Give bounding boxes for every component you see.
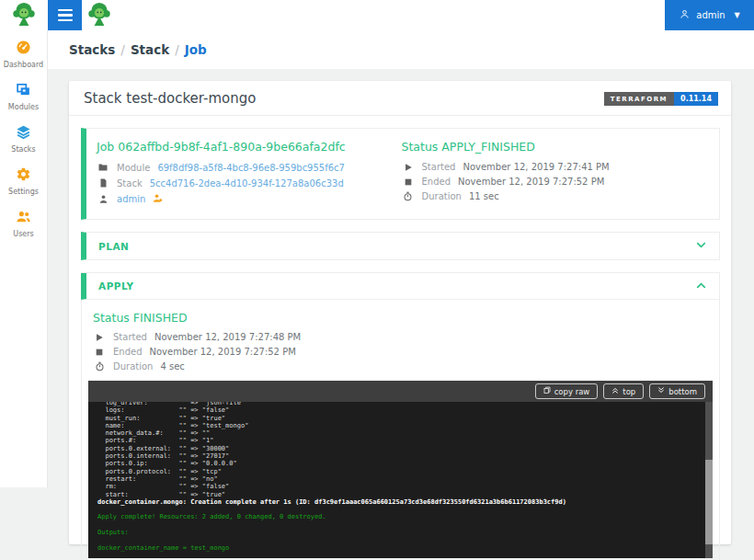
layers-icon	[16, 124, 31, 143]
play-icon	[402, 163, 415, 172]
terminal-body[interactable]: log_driver: "" => "json-file" logs: "" =…	[88, 402, 713, 558]
sidebar-item-users[interactable]: Users	[0, 209, 47, 238]
terminal-output: log_driver: "" => "json-file" logs: "" =…	[88, 402, 713, 552]
job-user-link[interactable]: admin	[117, 194, 145, 204]
started-row: Started November 12, 2019 7:27:41 PM	[402, 162, 707, 172]
terminal-line: ports.0.external: "" => "30000"	[97, 445, 700, 452]
job-title: Job 062affbd-9b8f-4af1-890a-9be66afa2dfc	[97, 140, 402, 154]
terminal-line	[97, 506, 700, 513]
stop-icon	[93, 348, 106, 357]
plan-section: PLAN	[81, 232, 720, 260]
apply-ended-row: Ended November 12, 2019 7:27:52 PM	[93, 347, 713, 357]
breadcrumb-job: Job	[185, 42, 207, 57]
users-icon	[16, 209, 31, 228]
apply-collapse-toggle[interactable]: APPLY	[81, 273, 719, 300]
play-icon	[93, 333, 106, 342]
chevron-down-icon: ▼	[735, 11, 740, 19]
folder-icon	[97, 162, 109, 173]
double-chevron-up-icon	[611, 386, 619, 396]
job-status-title: Status APPLY_FINISHED	[402, 140, 707, 154]
breadcrumb-stacks[interactable]: Stacks	[69, 42, 115, 57]
stopwatch-icon	[402, 191, 415, 201]
terminal-line: start: "" => "true"	[97, 491, 700, 498]
terminal-line: Outputs:	[97, 529, 700, 536]
terraform-version-badge: TERRAFORM 0.11.14	[604, 92, 718, 106]
file-icon	[97, 177, 109, 189]
person-icon	[97, 194, 109, 204]
stack-link[interactable]: 5cc4d716-2dea-4d10-934f-127a8a06c33d	[150, 178, 344, 189]
page-title: Stack test-docker-mongo	[84, 90, 256, 107]
apply-section: APPLY Status FINISHED Started Novemb	[81, 272, 720, 560]
sidebar-item-dashboard[interactable]: Dashboard	[0, 40, 47, 69]
copy-raw-button[interactable]: copy raw	[535, 383, 599, 399]
duration-row: Duration 11 sec	[402, 191, 707, 201]
sidebar-item-label: Settings	[8, 188, 39, 196]
gaia-logo-icon	[12, 2, 36, 29]
ended-row: Ended November 12, 2019 7:27:52 PM	[402, 177, 707, 187]
divider	[69, 115, 731, 116]
sidebar-logo-cell	[0, 0, 48, 30]
scroll-top-button[interactable]: top	[603, 383, 644, 399]
content-area: Stack test-docker-mongo TERRAFORM 0.11.1…	[48, 69, 754, 560]
job-module-row: Module 69f8df98-a5f8-4bc8-96e8-959bc955f…	[97, 162, 402, 173]
chevron-up-icon[interactable]	[695, 278, 707, 295]
job-stack-row: Stack 5cc4d716-2dea-4d10-934f-127a8a06c3…	[97, 177, 402, 189]
apply-status-title: Status FINISHED	[93, 311, 713, 325]
sidebar: Dashboard Modules	[0, 30, 48, 560]
terminal-line: network_data.#: "" => ""	[97, 429, 700, 437]
menu-toggle-button[interactable]	[48, 0, 82, 30]
sidebar-item-settings[interactable]: Settings	[0, 166, 47, 196]
job-user-row: admin	[97, 193, 402, 205]
gear-icon	[16, 166, 31, 186]
terminal: copy raw top	[88, 381, 713, 558]
stop-icon	[402, 177, 415, 187]
breadcrumb-stack[interactable]: Stack	[131, 42, 169, 57]
double-chevron-down-icon	[657, 386, 665, 396]
sidebar-item-stacks[interactable]: Stacks	[0, 124, 47, 154]
user-name: admin	[696, 10, 725, 20]
apply-started-row: Started November 12, 2019 7:27:48 PM	[93, 332, 713, 342]
terminal-line	[97, 536, 700, 543]
admin-user-icon	[153, 193, 163, 205]
terminal-line: ports.0.ip: "" => "0.0.0.0"	[97, 460, 700, 467]
sidebar-item-label: Modules	[8, 103, 39, 111]
sidebar-item-label: Dashboard	[4, 61, 43, 69]
sidebar-item-label: Users	[13, 230, 33, 238]
user-icon	[679, 8, 691, 22]
module-link[interactable]: 69f8df98-a5f8-4bc8-96e8-959bc955f6c7	[157, 163, 345, 173]
sidebar-item-label: Stacks	[11, 145, 35, 154]
hamburger-icon	[58, 9, 73, 12]
terminal-line: logs: "" => "false"	[97, 406, 700, 414]
apply-duration-row: Duration 4 sec	[93, 361, 713, 371]
gaia-logo-link[interactable]	[87, 2, 111, 29]
terminal-scrollbar-thumb[interactable]	[705, 460, 713, 544]
terminal-line: ports.0.protocol: "" => "tcp"	[97, 468, 700, 475]
job-summary-box: Job 062affbd-9b8f-4af1-890a-9be66afa2dfc…	[81, 128, 720, 220]
collections-icon	[16, 82, 31, 101]
scroll-bottom-button[interactable]: bottom	[649, 383, 705, 399]
terminal-line: restart: "" => "no"	[97, 475, 700, 483]
terminal-line: ports.0.internal: "" => "27017"	[97, 452, 700, 460]
copy-icon	[543, 386, 551, 396]
terminal-line: ports.#: "" => "1"	[97, 437, 700, 444]
gauge-icon	[16, 40, 31, 59]
terminal-line: docker_container_name = test_mongo	[97, 544, 700, 552]
top-bar: admin ▼	[0, 0, 754, 30]
sidebar-item-modules[interactable]: Modules	[0, 82, 47, 111]
apply-body: Status FINISHED Started November 12, 201…	[82, 300, 719, 560]
chevron-down-icon[interactable]	[695, 237, 707, 255]
terminal-line: must_run: "" => "true"	[97, 415, 700, 422]
terminal-line: docker_container.mongo: Creation complet…	[97, 498, 700, 506]
stopwatch-icon	[93, 361, 106, 371]
terminal-line: name: "" => "test_mongo"	[97, 422, 700, 429]
terminal-scrollbar-track[interactable]	[705, 402, 713, 558]
stack-job-card: Stack test-docker-mongo TERRAFORM 0.11.1…	[69, 81, 731, 544]
plan-collapse-toggle[interactable]: PLAN	[86, 233, 719, 259]
terminal-line: Apply complete! Resources: 2 added, 0 ch…	[97, 513, 700, 520]
user-menu[interactable]: admin ▼	[665, 0, 754, 30]
terminal-line	[97, 521, 700, 529]
terminal-toolbar: copy raw top	[88, 381, 713, 402]
breadcrumb: Stacks / Stack / Job	[48, 30, 754, 69]
terminal-line: rm: "" => "false"	[97, 483, 700, 490]
top-bar-main	[82, 0, 665, 30]
